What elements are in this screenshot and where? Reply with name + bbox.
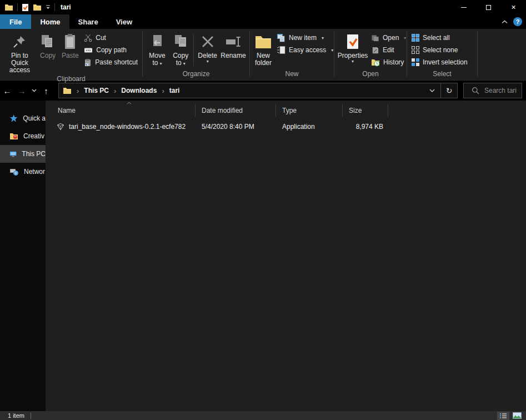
paste-shortcut-button[interactable]: Paste shortcut xyxy=(82,56,140,68)
sidebar-item-network[interactable]: Networ xyxy=(0,163,46,181)
check-document-icon xyxy=(22,3,29,12)
move-to-icon xyxy=(150,32,164,52)
ribbon-group-select: Select all Select none Invert selection … xyxy=(407,29,477,80)
history-button[interactable]: History xyxy=(369,56,408,68)
rename-icon xyxy=(225,32,242,52)
sort-ascending-icon xyxy=(127,102,132,104)
window-title: tari xyxy=(61,3,71,11)
tab-home[interactable]: Home xyxy=(31,14,69,29)
qat-separator xyxy=(17,3,18,11)
group-label-organize: Organize xyxy=(143,70,249,80)
tab-file[interactable]: File xyxy=(0,14,31,29)
file-type: Application xyxy=(276,123,343,131)
maximize-button[interactable] xyxy=(476,0,501,14)
new-folder-button[interactable]: New folder xyxy=(252,31,274,68)
details-view-button[interactable] xyxy=(497,412,509,420)
tari-gem-icon xyxy=(56,122,65,131)
open-button[interactable]: Open ▾ xyxy=(369,32,408,44)
ribbon-group-organize: Move to▾ Copy to▾ Delete ▾ xyxy=(143,29,249,80)
crumb-separator: › xyxy=(114,87,116,95)
network-icon xyxy=(9,168,19,176)
content-area: Quick a Creativ This PC Networ Name D xyxy=(0,101,526,411)
select-all-icon xyxy=(412,34,419,42)
copy-button[interactable]: Copy xyxy=(37,31,58,61)
up-button[interactable]: ↑ xyxy=(39,86,53,96)
paste-button[interactable]: Paste xyxy=(58,31,82,61)
invert-selection-button[interactable]: Invert selection xyxy=(409,56,470,68)
breadcrumb-tari[interactable]: tari xyxy=(169,87,180,94)
copy-path-button[interactable]: Copy path xyxy=(82,44,140,56)
properties-button[interactable]: Properties ▾ xyxy=(337,31,369,65)
minimize-icon xyxy=(461,7,467,8)
edit-icon xyxy=(371,46,379,54)
column-header-type[interactable]: Type xyxy=(276,104,343,117)
column-header-size[interactable]: Size xyxy=(343,104,388,117)
breadcrumb-this-pc[interactable]: This PC xyxy=(84,87,109,94)
app-folder-icon xyxy=(4,3,13,11)
column-header-name[interactable]: Name xyxy=(53,104,196,117)
ribbon-group-new: New folder New item ▾ Easy access ▾ New xyxy=(250,29,334,80)
breadcrumb-downloads[interactable]: Downloads xyxy=(121,87,157,94)
close-icon: × xyxy=(511,3,515,12)
help-button[interactable]: ? xyxy=(513,17,522,26)
ribbon-separator xyxy=(477,31,478,77)
back-button[interactable]: ← xyxy=(0,86,14,96)
easy-access-icon xyxy=(277,46,285,54)
easy-access-button[interactable]: Easy access ▾ xyxy=(274,44,335,56)
sidebar-item-creative-cloud[interactable]: Creativ xyxy=(0,127,46,145)
tab-share[interactable]: Share xyxy=(69,14,107,29)
dropdown-icon: ▾ xyxy=(160,61,162,66)
minimize-button[interactable] xyxy=(451,0,476,14)
file-list: Name Date modified Type Size tari_base_n… xyxy=(46,101,526,411)
search-input[interactable] xyxy=(484,87,521,94)
cut-button[interactable]: Cut xyxy=(82,32,140,44)
creative-cloud-folder-icon xyxy=(9,132,18,140)
copy-to-button[interactable]: Copy to▾ xyxy=(169,31,192,68)
pin-to-quick-access-button[interactable]: Pin to Quick access xyxy=(2,31,37,75)
chevron-down-icon xyxy=(46,5,51,9)
sidebar-item-quick-access[interactable]: Quick a xyxy=(0,109,46,127)
sidebar-item-this-pc[interactable]: This PC xyxy=(0,145,46,163)
qat-customize-button[interactable] xyxy=(46,5,51,9)
explorer-window: tari × File Home Share View ? xyxy=(0,0,526,420)
quick-access-star-icon xyxy=(9,114,18,123)
close-button[interactable]: × xyxy=(501,0,526,14)
quick-access-toolbar xyxy=(0,3,55,12)
group-label-open: Open xyxy=(334,70,407,80)
move-to-button[interactable]: Move to▾ xyxy=(145,31,169,68)
new-item-button[interactable]: New item ▾ xyxy=(274,32,335,44)
address-folder-icon xyxy=(63,87,72,94)
forward-button[interactable]: → xyxy=(14,86,29,96)
file-row[interactable]: tari_base_node-windows-0.2.1-ecfe782 5/4… xyxy=(53,119,526,134)
thumbnails-view-icon xyxy=(513,412,522,419)
select-none-button[interactable]: Select none xyxy=(409,44,470,56)
ribbon-group-open: Properties ▾ Open ▾ Edit Histo xyxy=(334,29,407,80)
paste-icon xyxy=(63,32,77,52)
address-dropdown-button[interactable] xyxy=(424,83,440,98)
ribbon-collapse-button[interactable] xyxy=(502,20,508,24)
refresh-button[interactable]: ↻ xyxy=(440,83,457,98)
ribbon-group-clipboard: Pin to Quick access Copy Paste xyxy=(0,29,142,80)
recent-locations-button[interactable] xyxy=(29,89,39,92)
rename-button[interactable]: Rename xyxy=(219,31,247,61)
navigation-pane: Quick a Creativ This PC Networ xyxy=(0,101,46,411)
titlebar: tari × xyxy=(0,0,526,14)
select-all-button[interactable]: Select all xyxy=(409,32,470,44)
edit-button[interactable]: Edit xyxy=(369,44,408,56)
ribbon-tabs: File Home Share View ? xyxy=(0,14,526,29)
group-label-clipboard: Clipboard xyxy=(0,75,142,83)
delete-icon xyxy=(201,32,215,52)
breadcrumb-bar[interactable]: › This PC › Downloads › tari ↻ xyxy=(58,83,458,98)
column-header-date-modified[interactable]: Date modified xyxy=(196,104,276,117)
details-view-icon xyxy=(499,413,507,419)
copy-path-icon xyxy=(84,46,93,54)
tab-view[interactable]: View xyxy=(107,14,141,29)
delete-button[interactable]: Delete ▾ xyxy=(196,31,219,65)
qat-new-folder-button[interactable] xyxy=(33,3,42,11)
properties-icon xyxy=(346,32,359,52)
qat-properties-button[interactable] xyxy=(22,3,29,12)
window-controls: × xyxy=(451,0,526,14)
file-date-modified: 5/4/2020 8:40 PM xyxy=(196,123,276,131)
group-inner-separator xyxy=(193,34,194,66)
thumbnails-view-button[interactable] xyxy=(511,412,523,420)
